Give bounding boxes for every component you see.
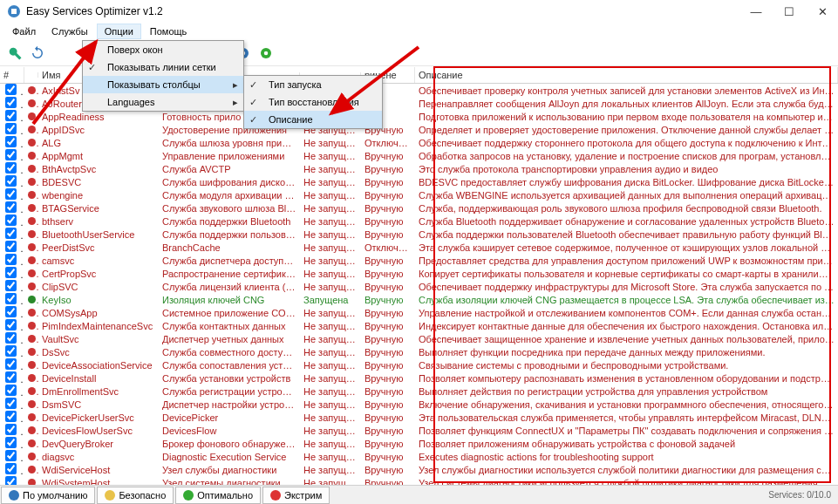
row-checkbox[interactable] [5,254,17,265]
table-row[interactable]: 13PeerDistSvcBranchCacheНе запущенаОтклю… [0,241,838,254]
close-button[interactable]: ✕ [814,5,831,18]
table-row[interactable]: 27DevicesFlowUserSvcDevicesFlowНе запуще… [0,424,838,437]
menu-item[interactable]: Поверх окон [83,41,243,58]
row-checkbox[interactable] [5,371,17,383]
row-checkbox[interactable] [5,345,17,357]
row-startup: Вручную [361,282,415,292]
row-description: Выполняет функции посредника при передач… [415,347,838,358]
row-checkbox[interactable] [5,201,17,213]
table-row[interactable]: 23DeviceInstallСлужба установки устройст… [0,371,838,385]
preset-safe-button[interactable]: Безопасно [97,487,174,504]
row-startup: Вручную [361,334,415,344]
row-startup: Вручную [361,426,415,436]
row-startup: Вручную [361,269,415,279]
table-row[interactable]: 30WdiServiceHostУзел службы диагностикиН… [0,463,838,476]
maximize-button[interactable]: ☐ [780,5,798,18]
row-checkbox[interactable] [5,332,17,344]
menu-services[interactable]: Службы [44,24,95,38]
table-row[interactable]: 14camsvcСлужба диспетчера доступа …Не за… [0,254,838,267]
table-row[interactable]: 29diagsvcDiagnostic Execution ServiceНе … [0,450,838,463]
minimize-button[interactable]: — [747,5,765,18]
table-row[interactable]: 6AppMgmtУправление приложениямиНе запуще… [0,149,838,162]
row-startup: Вручную [361,439,415,449]
row-checkbox[interactable] [5,319,17,330]
table-row[interactable]: 11bthservСлужба поддержки BluetoothНе за… [0,215,838,228]
table-row[interactable]: 25DsmSVCДиспетчер настройки устрой…Не за… [0,398,838,411]
table-row[interactable]: 17KeyIsoИзоляция ключей CNGЗапущенаВручн… [0,293,838,306]
row-checkbox[interactable] [5,136,17,147]
table-row[interactable]: 19PimIndexMaintenanceSvcСлужба контактны… [0,319,838,332]
row-checkbox[interactable] [5,280,17,291]
col-h-num[interactable]: # [0,67,24,83]
table-row[interactable]: 24DmEnrollmentSvcСлужба регистрации устр… [0,385,838,398]
row-checkbox[interactable] [5,175,17,187]
table-row[interactable]: 26DevicePickerUserSvcDevicePickerНе запу… [0,411,838,424]
row-checkbox[interactable] [5,241,17,252]
table-row[interactable]: 7BthAvctpSvcСлужба AVCTPНе запущенаВручн… [0,162,838,175]
row-status: Не запущена [300,229,361,240]
row-checkbox[interactable] [5,149,17,160]
table-row[interactable]: 15CertPropSvcРаспространение сертификата… [0,267,838,280]
status-bar: По умолчанию Безопасно Оптимально Экстри… [0,485,838,504]
wrench-icon[interactable] [5,44,24,63]
menu-file[interactable]: Файл [5,24,43,38]
row-checkbox[interactable] [5,424,17,435]
menu-help[interactable]: Помощь [143,24,194,38]
row-checkbox[interactable] [5,293,17,304]
row-num: 15 [0,267,24,280]
app-icon [7,4,21,18]
table-row[interactable]: 9wbengineСлужба модуля архивации на…Не з… [0,188,838,201]
table-row[interactable]: 10BTAGServiceСлужба звукового шлюза Blu…… [0,201,838,215]
row-checkbox[interactable] [5,385,17,396]
preset-default-button[interactable]: По умолчанию [1,487,95,504]
row-checkbox[interactable] [5,411,17,422]
row-checkbox[interactable] [5,188,17,200]
menu-item[interactable]: ✓Показывать линии сетки [83,58,243,76]
table-row[interactable]: 18COMSysAppСистемное приложение COM+Не з… [0,306,838,319]
refresh-icon[interactable] [28,44,47,63]
row-checkbox[interactable] [5,398,17,409]
row-status: Не запущена [300,216,361,227]
row-name: wbengine [38,190,159,201]
table-row[interactable]: 22DeviceAssociationServiceСлужба сопоста… [0,358,838,371]
row-num: 7 [0,162,24,175]
menu-item[interactable]: Languages▸ [83,93,243,111]
row-checkbox[interactable] [5,97,17,108]
row-display: BranchCache [159,242,300,253]
row-name: BthAvctpSvc [38,164,159,174]
status-dot-icon [24,99,38,109]
row-checkbox[interactable] [5,450,17,461]
submenu-item[interactable]: ✓Описание [244,111,382,128]
table-row[interactable]: 12BluetoothUserServiceСлужба поддержки п… [0,228,838,241]
table-row[interactable]: 5ALGСлужба шлюза уровня прило…Не запущен… [0,136,838,149]
gear-green-icon[interactable] [256,44,276,63]
table-row[interactable]: 28DevQueryBrokerБрокер фонового обнаруже… [0,437,838,450]
row-checkbox[interactable] [5,84,17,95]
menu-options[interactable]: Опции [97,24,141,39]
table-row[interactable]: 4AppIDSvcУдостоверение приложенияНе запу… [0,123,838,136]
preset-optimal-button[interactable]: Оптимально [175,487,261,504]
row-checkbox[interactable] [5,215,17,226]
dot-blue-icon [9,490,19,501]
table-row[interactable]: 16ClipSVCСлужба лицензий клиента (Cl…Не … [0,280,838,293]
row-checkbox[interactable] [5,463,17,474]
row-checkbox[interactable] [5,123,17,134]
row-checkbox[interactable] [5,162,17,174]
menu-item[interactable]: Показывать столбцы▸ [83,76,243,93]
table-row[interactable]: 8BDESVCСлужба шифрования дисков …Не запу… [0,175,838,188]
table-row[interactable]: 3AppReadinessГотовность прилонуюПодготов… [0,110,838,123]
row-checkbox[interactable] [5,267,17,278]
row-checkbox[interactable] [5,437,17,448]
row-checkbox[interactable] [5,228,17,239]
row-checkbox[interactable] [5,110,17,121]
preset-extreme-button[interactable]: Экстрим [262,487,330,504]
col-h-desc[interactable]: Описание [415,67,838,83]
row-checkbox[interactable] [5,306,17,317]
services-list[interactable]: 1AxInstSvнуюОбеспечивает проверку контро… [0,84,838,487]
table-row[interactable]: 20VaultSvcДиспетчер учетных данныхНе зап… [0,332,838,345]
submenu-item[interactable]: ✓Тип запуска [244,76,382,93]
table-row[interactable]: 21DsSvcСлужба совместного доступа…Не зап… [0,345,838,358]
row-checkbox[interactable] [5,358,17,370]
submenu-item[interactable]: ✓Тип восстановления [244,93,382,111]
row-status: Не запущена [300,203,361,214]
